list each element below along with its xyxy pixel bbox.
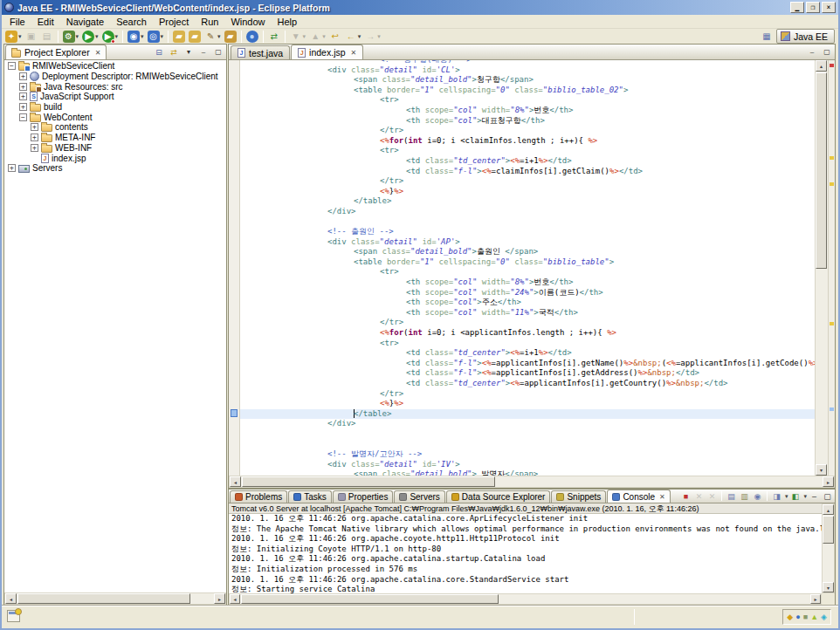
menu-item-edit[interactable]: Edit [31, 16, 60, 28]
close-icon[interactable]: ✕ [95, 49, 101, 57]
back-button[interactable]: ←▾ [343, 29, 363, 44]
close-icon[interactable]: ✕ [351, 49, 357, 57]
tab-servers[interactable]: Servers [394, 490, 444, 503]
code-line[interactable]: <td class="td_center"><%=i+1%></td> [240, 156, 815, 167]
code-line[interactable] [240, 217, 815, 228]
code-line[interactable]: <span class="detail_bold">청구항</span> [240, 75, 815, 86]
pin-console-button[interactable]: ◉ [752, 490, 763, 502]
code-line[interactable]: </tr> [240, 126, 815, 136]
code-line[interactable]: <%}%> [240, 187, 815, 197]
tree-item-contents[interactable]: +contents [4, 122, 226, 133]
library-button[interactable]: ▰ [223, 29, 238, 44]
console-hscrollbar[interactable]: ◂ ▸ [229, 593, 822, 605]
fast-view-icon[interactable] [7, 610, 20, 622]
scroll-thumb[interactable] [816, 72, 827, 269]
external-tools-button[interactable]: ▶▾ [100, 29, 120, 44]
maximize-editor-button[interactable]: ▢ [821, 46, 833, 58]
code-line[interactable]: <th scope="col" width="24%">이름(코드)</th> [240, 288, 815, 298]
code-line[interactable]: <tr> [240, 95, 815, 106]
editor-tab-index-jsp[interactable]: Jindex.jsp✕ [291, 45, 363, 59]
minimize-editor-button[interactable]: – [806, 46, 818, 58]
status-tray-icon-5[interactable]: ◈ [821, 613, 827, 621]
overview-ruler[interactable] [828, 60, 835, 476]
new-web-service-button[interactable]: ◉▾ [126, 29, 146, 44]
tab-console[interactable]: Console✕ [607, 490, 670, 503]
code-line[interactable]: <td class="td_center"><%=applicantInfos[… [240, 379, 815, 389]
editor-vscrollbar[interactable]: ▴ ▾ [815, 60, 828, 476]
tree-item-servers[interactable]: +Servers [4, 163, 226, 174]
code-line[interactable]: <span class="detail_bold"> 발명자</span> [240, 469, 815, 476]
code-line[interactable]: <tr> [240, 339, 815, 349]
code-line[interactable]: <td class="f-l"><%=applicantInfos[i].get… [240, 368, 815, 379]
code-line[interactable]: </tr> [240, 176, 815, 187]
code-line[interactable]: <table border="1" cellspacing="0" class=… [240, 257, 815, 268]
tree-item-rmiwebseviceclient[interactable]: −RMIWebSeviceClient [4, 61, 226, 72]
menu-item-window[interactable]: Window [224, 16, 271, 28]
view-menu-icon[interactable]: ▾ [182, 46, 195, 58]
new-folder-button[interactable]: ▰ [171, 29, 187, 44]
console-output[interactable]: 2010. 1. 16 오후 11:46:26 org.apache.catal… [229, 514, 822, 593]
close-icon[interactable]: ✕ [659, 493, 665, 501]
console-vscrollbar[interactable]: ▴ ▾ [822, 503, 835, 593]
status-tray-icon-2[interactable]: ● [795, 613, 800, 621]
terminate-button[interactable]: ■ [680, 490, 692, 502]
status-tray-icon-1[interactable]: ◆ [787, 613, 793, 621]
code-line[interactable]: <!-- 출원인 --> [240, 227, 815, 237]
code-line[interactable]: </table> [240, 196, 815, 207]
tree-item-web-inf[interactable]: +WEB-INF [4, 143, 226, 154]
open-console-button[interactable]: ◧ [789, 490, 801, 502]
code-line[interactable]: <%for(int i=0; i <claimInfos.length ; i+… [240, 136, 815, 147]
menu-item-help[interactable]: Help [272, 16, 304, 28]
code-line[interactable]: <td class="td_center"><%=i+1%></td> [240, 348, 815, 359]
scroll-thumb[interactable] [242, 476, 495, 487]
tree-item-webcontent[interactable]: −WebContent [4, 112, 226, 122]
editor-hscrollbar[interactable]: ◂ ▸ [229, 476, 835, 488]
code-line[interactable]: </table> [240, 409, 815, 420]
expand-icon[interactable]: + [19, 72, 27, 80]
tree-item-javascript-support[interactable]: +SJavaScript Support [4, 92, 226, 102]
expand-icon[interactable]: + [31, 144, 38, 152]
code-line[interactable]: <tr> [240, 267, 815, 277]
code-line[interactable]: </tr> [240, 318, 815, 328]
expand-icon[interactable]: + [31, 123, 38, 131]
scroll-right-icon[interactable]: ▸ [823, 476, 834, 487]
tab-snippets[interactable]: Snippets [551, 490, 606, 503]
open-resource-button[interactable]: ▰ [187, 29, 203, 44]
scroll-up-icon[interactable]: ▴ [823, 504, 834, 515]
tree-item-java-resources-src[interactable]: +Java Resources: src [4, 81, 226, 92]
edit-button[interactable]: ✎▾ [203, 29, 223, 44]
code-line[interactable]: <tr> [240, 146, 815, 156]
scroll-up-icon[interactable]: ▴ [816, 60, 827, 72]
scroll-left-icon[interactable]: ◂ [230, 594, 240, 604]
code-line[interactable]: <span class="detail_bold">출원인 </span> [240, 247, 815, 257]
synchronize-button[interactable]: ⇄ [266, 29, 282, 44]
explorer-hscrollbar[interactable]: ◂ ▸ [4, 592, 226, 605]
code-line[interactable]: </div> [240, 207, 815, 217]
menu-item-search[interactable]: Search [110, 16, 153, 28]
title-bar[interactable]: Java EE - RMIWebSeviceClient/WebContent/… [2, 0, 838, 15]
tab-data-source-explorer[interactable]: Data Source Explorer [446, 490, 551, 503]
minimize-view-button[interactable]: – [809, 490, 820, 502]
maximize-view-button[interactable]: ▢ [822, 490, 833, 502]
scroll-lock-button[interactable]: ▥ [739, 490, 750, 502]
editor-tab-test-java[interactable]: Jtest.java [231, 45, 290, 59]
last-edit-location-button[interactable]: ↩ [327, 29, 343, 44]
scroll-down-icon[interactable]: ▾ [823, 582, 834, 592]
link-with-editor-button[interactable]: ⇄ [168, 46, 180, 58]
perspective-java-ee-button[interactable]: Java EE [776, 29, 835, 44]
scroll-thumb[interactable] [241, 594, 499, 604]
tab-properties[interactable]: Properties [333, 490, 394, 503]
code-line[interactable] [240, 440, 815, 450]
annotation-ruler[interactable] [229, 60, 240, 476]
expand-icon[interactable]: + [19, 92, 27, 100]
code-line[interactable]: <th scope="col">주소</th> [240, 298, 815, 308]
scroll-left-icon[interactable]: ◂ [230, 476, 241, 487]
code-line[interactable]: <th scope="col" width="8%">번호</th> [240, 277, 815, 288]
warning-marker[interactable] [830, 322, 834, 325]
tab-project-explorer[interactable]: Project Explorer ✕ [5, 45, 107, 59]
close-button[interactable]: × [822, 2, 836, 13]
display-selected-console-button[interactable]: ◨ [771, 490, 782, 502]
code-line[interactable]: <div class="detail" id='CL'> [240, 65, 815, 76]
expand-icon[interactable]: + [31, 134, 38, 141]
open-perspective-button[interactable]: ▦ [760, 30, 774, 43]
